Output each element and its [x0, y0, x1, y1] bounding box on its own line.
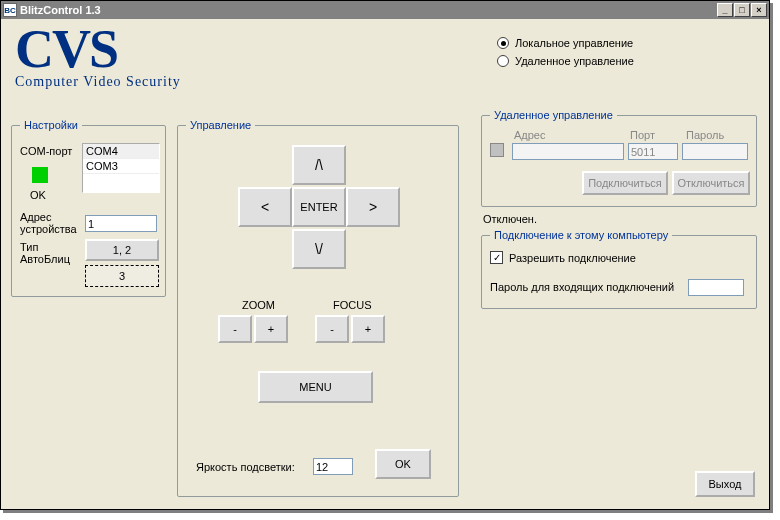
mode-selector: Локальное управление Удаленное управлени…: [497, 37, 634, 67]
radio-dot-icon: [497, 55, 509, 67]
remote-address-label: Адрес: [514, 129, 546, 141]
settings-group: Настройки COM-порт COM4 COM3 OK Адрес ус…: [11, 119, 166, 297]
maximize-button[interactable]: □: [734, 3, 750, 17]
remote-password-label: Пароль: [686, 129, 724, 141]
focus-minus-button[interactable]: -: [315, 315, 349, 343]
dpad-up-button[interactable]: /\: [292, 145, 346, 185]
dpad-down-button[interactable]: \/: [292, 229, 346, 269]
client-area: CVS Computer Video Security Локальное уп…: [1, 19, 769, 509]
status-text: OK: [30, 189, 46, 201]
minimize-button[interactable]: _: [717, 3, 733, 17]
device-address-input[interactable]: [85, 215, 157, 232]
comport-listbox[interactable]: COM4 COM3: [82, 143, 160, 193]
remote-status-text: Отключен.: [483, 213, 537, 225]
comport-option-0[interactable]: COM4: [83, 144, 159, 159]
radio-remote[interactable]: Удаленное управление: [497, 55, 634, 67]
radio-local[interactable]: Локальное управление: [497, 37, 634, 49]
inbound-password-label: Пароль для входящих подключений: [490, 281, 674, 293]
remote-group: Удаленное управление Адрес Порт Пароль П…: [481, 109, 757, 207]
dpad-enter-button[interactable]: ENTER: [292, 187, 346, 227]
radio-local-label: Локальное управление: [515, 37, 633, 49]
zoom-label: ZOOM: [242, 299, 275, 311]
titlebar[interactable]: BC BlitzControl 1.3 _ □ ×: [1, 1, 769, 19]
exit-button[interactable]: Выход: [695, 471, 755, 497]
logo-subtitle: Computer Video Security: [15, 74, 265, 90]
remote-legend: Удаленное управление: [490, 109, 617, 121]
zoom-minus-button[interactable]: -: [218, 315, 252, 343]
remote-status-indicator: [490, 143, 504, 157]
zoom-plus-button[interactable]: +: [254, 315, 288, 343]
status-indicator: [32, 167, 48, 183]
inbound-group: Подключение к этому компьютеру ✓ Разреши…: [481, 229, 757, 309]
radio-remote-label: Удаленное управление: [515, 55, 634, 67]
control-legend: Управление: [186, 119, 255, 131]
dpad-right-button[interactable]: >: [346, 187, 400, 227]
app-window: BC BlitzControl 1.3 _ □ × CVS Computer V…: [0, 0, 770, 510]
focus-plus-button[interactable]: +: [351, 315, 385, 343]
remote-password-input[interactable]: [682, 143, 748, 160]
comport-option-1[interactable]: COM3: [83, 159, 159, 174]
autoblitz-type-label: Тип АвтоБлиц: [20, 241, 80, 265]
settings-legend: Настройки: [20, 119, 82, 131]
remote-address-input[interactable]: [512, 143, 624, 160]
allow-connection-checkbox[interactable]: ✓: [490, 251, 503, 264]
comport-label: COM-порт: [20, 145, 72, 157]
inbound-password-input[interactable]: [688, 279, 744, 296]
focus-label: FOCUS: [333, 299, 372, 311]
inbound-legend: Подключение к этому компьютеру: [490, 229, 672, 241]
brightness-input[interactable]: [313, 458, 353, 475]
logo: CVS Computer Video Security: [15, 25, 265, 103]
brightness-ok-button[interactable]: OK: [375, 449, 431, 479]
control-group: Управление /\ < ENTER > \/ ZOOM FOCUS - …: [177, 119, 459, 497]
menu-button[interactable]: MENU: [258, 371, 373, 403]
dpad-left-button[interactable]: <: [238, 187, 292, 227]
logo-text: CVS: [15, 25, 265, 74]
window-buttons: _ □ ×: [717, 3, 767, 17]
disconnect-button[interactable]: Отключиться: [672, 171, 750, 195]
window-title: BlitzControl 1.3: [20, 4, 101, 16]
remote-port-label: Порт: [630, 129, 655, 141]
app-icon: BC: [3, 3, 17, 17]
autoblitz-type-3-button[interactable]: 3: [85, 265, 159, 287]
close-button[interactable]: ×: [751, 3, 767, 17]
radio-dot-icon: [497, 37, 509, 49]
remote-port-input[interactable]: [628, 143, 678, 160]
brightness-label: Яркость подсветки:: [196, 461, 295, 473]
connect-button[interactable]: Подключиться: [582, 171, 668, 195]
allow-connection-label: Разрешить подключение: [509, 252, 636, 264]
device-address-label: Адрес устройства: [20, 211, 80, 235]
autoblitz-type-12-button[interactable]: 1, 2: [85, 239, 159, 261]
